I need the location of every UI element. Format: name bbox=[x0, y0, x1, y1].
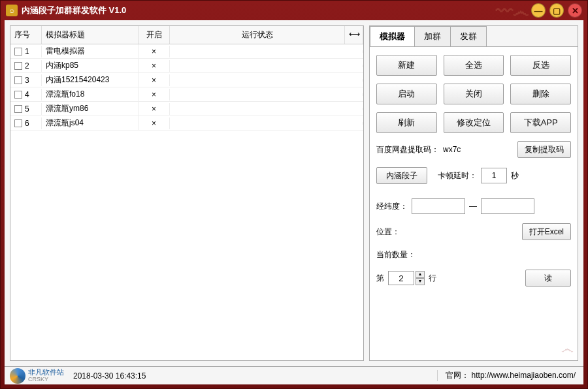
statusbar: 非凡软件站 CRSKY 2018-03-30 16:43:15 官网： http… bbox=[5, 366, 583, 384]
selectall-button[interactable]: 全选 bbox=[444, 55, 504, 76]
row-status bbox=[170, 65, 363, 67]
right-panel: 模拟器 加群 发群 新建 全选 反选 启动 关闭 删除 刷新 修改定位 bbox=[369, 25, 578, 361]
location-label: 位置： bbox=[376, 226, 400, 238]
lng-input[interactable] bbox=[412, 198, 465, 214]
row-spinner[interactable]: ▲ ▼ bbox=[388, 271, 425, 285]
table-body: 1雷电模拟器×2内涵kp85×3内涵15215420423×4漂流瓶fo18×5… bbox=[10, 44, 363, 131]
row-checkbox[interactable] bbox=[14, 76, 22, 84]
maximize-button[interactable]: ▢ bbox=[549, 3, 564, 18]
row-checkbox[interactable] bbox=[14, 91, 22, 99]
lat-input[interactable] bbox=[481, 198, 534, 214]
editloc-button[interactable]: 修改定位 bbox=[444, 112, 504, 133]
table-row[interactable]: 1雷电模拟器× bbox=[10, 44, 363, 59]
row-seq: 5 bbox=[25, 104, 29, 114]
delay-unit: 秒 bbox=[511, 170, 519, 181]
start-button[interactable]: 启动 bbox=[376, 84, 437, 104]
row-open: × bbox=[139, 89, 170, 101]
row-title: 漂流瓶js04 bbox=[42, 116, 139, 130]
row-open: × bbox=[139, 117, 170, 129]
tab-simulator[interactable]: 模拟器 bbox=[370, 26, 415, 46]
read-button[interactable]: 读 bbox=[525, 270, 571, 287]
close-sim-button[interactable]: 关闭 bbox=[444, 84, 504, 104]
col-open[interactable]: 开启 bbox=[139, 26, 170, 44]
row-seq: 3 bbox=[25, 76, 29, 85]
invert-button[interactable]: 反选 bbox=[510, 55, 571, 76]
row-prefix: 第 bbox=[376, 273, 384, 284]
brand-text: 非凡软件站 bbox=[28, 369, 64, 376]
neihan-button[interactable]: 内涵段子 bbox=[376, 167, 427, 184]
row-seq: 1 bbox=[25, 47, 29, 56]
titlebar[interactable]: ☺ 内涵段子加群群发软件 V1.0 〰෴ — ▢ ✕ bbox=[1, 1, 587, 20]
row-status bbox=[170, 108, 363, 110]
row-title: 漂流瓶ym86 bbox=[42, 102, 139, 116]
delay-label: 卡顿延时： bbox=[438, 170, 477, 181]
row-open: × bbox=[139, 74, 170, 86]
col-drag-icon[interactable]: ⟷ bbox=[345, 26, 363, 44]
row-title: 内涵15215420423 bbox=[42, 73, 139, 87]
table-row[interactable]: 3内涵15215420423× bbox=[10, 73, 363, 87]
delete-button[interactable]: 删除 bbox=[510, 84, 571, 104]
row-status bbox=[170, 79, 363, 82]
row-seq: 4 bbox=[25, 90, 29, 99]
website-url: http://www.heimajiaoben.com/ bbox=[472, 371, 576, 380]
row-title: 内涵kp85 bbox=[42, 59, 139, 72]
table-row[interactable]: 4漂流瓶fo18× bbox=[10, 87, 363, 102]
table-row[interactable]: 5漂流瓶ym86× bbox=[10, 102, 363, 116]
content-area: 序号 模拟器标题 开启 运行状态 ⟷ 1雷电模拟器×2内涵kp85×3内涵152… bbox=[5, 20, 583, 366]
copycode-button[interactable]: 复制提取码 bbox=[517, 141, 571, 158]
table-header: 序号 模拟器标题 开启 运行状态 ⟷ bbox=[10, 26, 363, 44]
row-checkbox[interactable] bbox=[14, 105, 22, 113]
row-status bbox=[170, 122, 363, 125]
table-row[interactable]: 6漂流瓶js04× bbox=[10, 116, 363, 131]
baidu-code: wx7c bbox=[443, 145, 461, 154]
tab-bar: 模拟器 加群 发群 bbox=[370, 26, 578, 46]
window-title: 内涵段子加群群发软件 V1.0 bbox=[22, 5, 126, 16]
row-seq: 2 bbox=[25, 61, 29, 70]
col-seq[interactable]: 序号 bbox=[10, 26, 42, 44]
decorative-swirl-icon: 〰෴ bbox=[496, 1, 529, 22]
tab-content: 新建 全选 反选 启动 关闭 删除 刷新 修改定位 下载APP 百度网盘提取码：… bbox=[370, 46, 578, 360]
col-title[interactable]: 模拟器标题 bbox=[42, 26, 139, 44]
row-seq: 6 bbox=[25, 119, 29, 128]
downloadapp-button[interactable]: 下载APP bbox=[510, 112, 571, 133]
baidu-label: 百度网盘提取码： bbox=[376, 144, 439, 155]
spinner-down-icon[interactable]: ▼ bbox=[416, 278, 425, 285]
row-status bbox=[170, 93, 363, 96]
row-open: × bbox=[139, 60, 170, 72]
row-suffix: 行 bbox=[429, 273, 436, 284]
brand-area: 非凡软件站 CRSKY bbox=[5, 368, 69, 384]
minimize-button[interactable]: — bbox=[531, 3, 546, 18]
row-checkbox[interactable] bbox=[14, 119, 22, 127]
row-title: 漂流瓶fo18 bbox=[42, 87, 139, 101]
dash-separator: — bbox=[469, 202, 477, 211]
row-checkbox[interactable] bbox=[14, 62, 22, 70]
openexcel-button[interactable]: 打开Excel bbox=[522, 223, 571, 240]
website-label: 官网： bbox=[446, 371, 469, 380]
status-datetime: 2018-03-30 16:43:15 bbox=[73, 371, 146, 381]
app-window: ☺ 内涵段子加群群发软件 V1.0 〰෴ — ▢ ✕ 序号 模拟器标题 开启 运… bbox=[0, 0, 588, 389]
app-icon: ☺ bbox=[6, 5, 18, 16]
tab-sendgroup[interactable]: 发群 bbox=[450, 26, 487, 46]
lnglat-label: 经纬度： bbox=[376, 201, 408, 212]
new-button[interactable]: 新建 bbox=[376, 55, 437, 76]
row-open: × bbox=[139, 46, 170, 57]
refresh-button[interactable]: 刷新 bbox=[376, 112, 437, 133]
close-button[interactable]: ✕ bbox=[568, 3, 582, 18]
table-row[interactable]: 2内涵kp85× bbox=[10, 59, 363, 73]
tab-addgroup[interactable]: 加群 bbox=[414, 26, 451, 46]
spinner-up-icon[interactable]: ▲ bbox=[416, 271, 425, 278]
row-status bbox=[170, 50, 363, 53]
simulator-table: 序号 模拟器标题 开启 运行状态 ⟷ 1雷电模拟器×2内涵kp85×3内涵152… bbox=[10, 25, 364, 361]
delay-input[interactable] bbox=[481, 168, 507, 183]
row-open: × bbox=[139, 103, 170, 115]
row-input[interactable] bbox=[388, 271, 414, 285]
brand-logo-icon bbox=[10, 368, 25, 384]
count-label: 当前数量： bbox=[376, 249, 416, 260]
row-checkbox[interactable] bbox=[14, 48, 22, 55]
row-title: 雷电模拟器 bbox=[42, 44, 139, 58]
col-status[interactable]: 运行状态 bbox=[170, 26, 345, 44]
brand-watermark: CRSKY bbox=[28, 376, 64, 383]
